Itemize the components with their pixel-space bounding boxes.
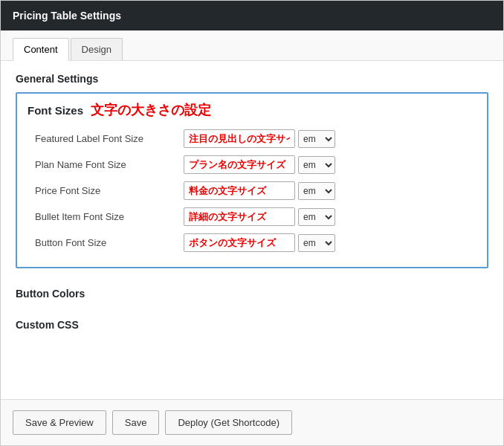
custom-css-section: Custom CSS (16, 313, 488, 337)
deploy-button[interactable]: Deploy (Get Shortcode) (165, 410, 292, 435)
save-preview-button[interactable]: Save & Preview (13, 410, 106, 435)
planname-label: Plan Name Font Size (35, 159, 184, 170)
planname-input-group: empxrem% (184, 155, 335, 174)
featured-unit-select[interactable]: empxrem% (298, 130, 335, 148)
footer-bar: Save & Preview Save Deploy (Get Shortcod… (1, 399, 503, 445)
title-bar: Pricing Table Settings (1, 1, 503, 30)
price-input[interactable] (184, 181, 295, 200)
custom-css-heading[interactable]: Custom CSS (16, 313, 488, 337)
font-sizes-section: Font Sizes 文字の大きさの設定 Featured Label Font… (16, 92, 488, 268)
field-row-button: Button Font Size empxrem% (28, 233, 476, 252)
font-sizes-japanese: 文字の大きさの設定 (91, 101, 211, 119)
featured-label: Featured Label Font Size (35, 133, 184, 144)
planname-input[interactable] (184, 155, 295, 174)
font-sizes-label: Font Sizes (28, 104, 83, 117)
button-font-input[interactable] (184, 233, 295, 252)
tab-content[interactable]: Content (13, 38, 69, 61)
general-settings-heading: General Settings (16, 73, 488, 85)
main-window: Pricing Table Settings Content Design Ge… (0, 0, 504, 446)
field-row-planname: Plan Name Font Size empxrem% (28, 155, 476, 174)
featured-input-group: empxrem% (184, 129, 335, 148)
save-button[interactable]: Save (112, 410, 160, 435)
title-text: Pricing Table Settings (13, 10, 121, 22)
price-unit-select[interactable]: empxrem% (298, 182, 335, 200)
button-input-group: empxrem% (184, 233, 335, 252)
field-row-bullet: Bullet Item Font Size empxrem% (28, 207, 476, 226)
field-row-price: Price Font Size empxrem% (28, 181, 476, 200)
font-sizes-header: Font Sizes 文字の大きさの設定 (28, 101, 476, 119)
planname-unit-select[interactable]: empxrem% (298, 156, 335, 174)
button-unit-select[interactable]: empxrem% (298, 234, 335, 252)
bullet-label: Bullet Item Font Size (35, 211, 184, 222)
bullet-unit-select[interactable]: empxrem% (298, 208, 335, 226)
bullet-input[interactable] (184, 207, 295, 226)
price-input-group: empxrem% (184, 181, 335, 200)
bullet-input-group: empxrem% (184, 207, 335, 226)
field-row-featured: Featured Label Font Size empxrem% (28, 129, 476, 148)
tabs-bar: Content Design (1, 30, 503, 61)
button-colors-heading[interactable]: Button Colors (16, 282, 488, 306)
tab-design[interactable]: Design (71, 38, 123, 60)
content-area: General Settings Font Sizes 文字の大きさの設定 Fe… (1, 61, 503, 399)
price-label: Price Font Size (35, 185, 184, 196)
button-colors-section: Button Colors (16, 282, 488, 306)
button-font-label: Button Font Size (35, 237, 184, 248)
featured-input[interactable] (184, 129, 295, 148)
